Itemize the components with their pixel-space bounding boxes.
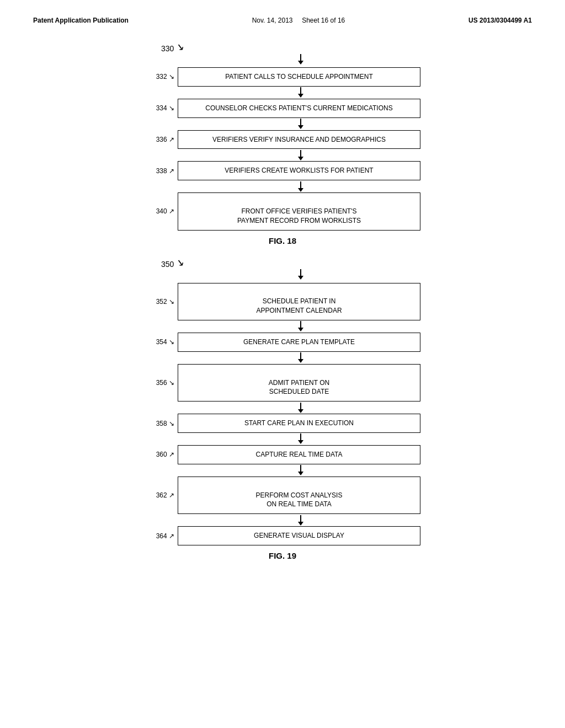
- fig19-label-362: 362 ↗: [145, 491, 178, 499]
- fig19-id-364: 364 ↗: [156, 532, 174, 540]
- fig19-text-352: SCHEDULE PATIENT IN APPOINTMENT CALENDAR: [256, 297, 342, 314]
- fig18-title: FIG. 18: [269, 236, 296, 245]
- fig19-section: 350 ↘ 352 ↘ SCHEDULE PATIENT IN APPOINTM…: [33, 256, 532, 571]
- fig19-label-356: 356 ↘: [145, 379, 178, 387]
- fig18-text-336: VERIFIERS VERIFY INSURANCE AND DEMOGRAPH…: [212, 136, 386, 143]
- fig19-row-352: 352 ↘ SCHEDULE PATIENT IN APPOINTMENT CA…: [145, 283, 420, 320]
- fig18-box-336: VERIFIERS VERIFY INSURANCE AND DEMOGRAPH…: [178, 130, 420, 149]
- fig19-label-360: 360 ↗: [145, 451, 178, 458]
- fig18-start-number-row: 330 ↘: [150, 41, 415, 53]
- fig18-text-334: COUNSELOR CHECKS PATIENT'S CURRENT MEDIC…: [205, 104, 392, 112]
- fig19-start-number: 350: [161, 260, 174, 269]
- fig19-row-354: 354 ↘ GENERATE CARE PLAN TEMPLATE: [145, 333, 420, 352]
- fig18-id-340: 340 ↗: [156, 207, 174, 215]
- fig18-arrow-3-inner: [298, 150, 303, 160]
- fig19-box-352: SCHEDULE PATIENT IN APPOINTMENT CALENDAR: [178, 283, 420, 320]
- fig18-text-338: VERIFIERS CREATE WORKLISTS FOR PATIENT: [225, 167, 373, 174]
- fig19-arrow-3-inner: [298, 403, 303, 413]
- fig19-start-container: 350 ↘: [150, 256, 415, 281]
- arrow-line: [300, 433, 301, 440]
- fig18-id-338: 338 ↗: [156, 167, 174, 175]
- fig18-arrow-4: [145, 180, 420, 192]
- fig18-label-332: 332 ↘: [145, 73, 178, 81]
- fig19-start-number-row: 350 ↘: [150, 256, 415, 269]
- fig19-row-358: 358 ↘ START CARE PLAN IN EXECUTION: [145, 414, 420, 433]
- fig19-box-358: START CARE PLAN IN EXECUTION: [178, 414, 420, 433]
- arrow-head: [298, 61, 303, 65]
- fig19-text-356: ADMIT PATIENT ON SCHEDULED DATE: [269, 379, 329, 396]
- fig19-arrow-2: [145, 352, 420, 364]
- fig19-id-362: 362 ↗: [156, 491, 174, 499]
- fig18-start-container: 330 ↘: [150, 41, 415, 65]
- fig18-box-340: FRONT OFFICE VERIFIES PATIENT'S PAYMENT …: [178, 192, 420, 230]
- fig19-id-352: 352 ↘: [156, 298, 174, 306]
- arrow-line: [300, 54, 301, 61]
- fig18-start-arrow: [145, 53, 420, 65]
- fig19-box-360: CAPTURE REAL TIME DATA: [178, 445, 420, 464]
- fig19-text-360: CAPTURE REAL TIME DATA: [256, 451, 343, 458]
- fig18-box-332: PATIENT CALLS TO SCHEDULE APPOINTMENT: [178, 67, 420, 87]
- fig19-text-364: GENERATE VISUAL DISPLAY: [254, 532, 344, 539]
- fig18-start-number: 330: [161, 44, 174, 53]
- arrow-line: [300, 150, 301, 157]
- fig18-arrow-2: [145, 118, 420, 130]
- fig18-arrow-3: [145, 149, 420, 161]
- fig19-id-360: 360 ↗: [156, 451, 174, 458]
- fig19-arrow-1: [145, 320, 420, 333]
- fig18-arrow-1-inner: [298, 87, 303, 98]
- fig19-row-356: 356 ↘ ADMIT PATIENT ON SCHEDULED DATE: [145, 364, 420, 402]
- fig19-text-362: PERFORM COST ANALYSIS ON REAL TIME DATA: [256, 491, 343, 508]
- fig19-id-356: 356 ↘: [156, 379, 174, 387]
- page: Patent Application Publication Nov. 14, …: [0, 0, 565, 728]
- fig19-arrow-5-inner: [298, 465, 303, 475]
- fig18-label-336: 336 ↗: [145, 136, 178, 143]
- header-date: Nov. 14, 2013: [252, 17, 293, 24]
- fig19-row-364: 364 ↗ GENERATE VISUAL DISPLAY: [145, 526, 420, 545]
- arrow-head: [298, 472, 303, 475]
- arrow-head: [298, 440, 303, 444]
- fig18-arrow-1: [145, 87, 420, 99]
- fig18-row-336: 336 ↗ VERIFIERS VERIFY INSURANCE AND DEM…: [145, 130, 420, 149]
- fig18-start-slash: ↘: [175, 41, 184, 53]
- arrow-head: [298, 359, 303, 363]
- arrow-line: [300, 269, 301, 276]
- fig18-text-332: PATIENT CALLS TO SCHEDULE APPOINTMENT: [225, 73, 373, 81]
- fig18-section: 330 ↘ 332 ↘ PATIENT CALLS TO SCHEDULE AP…: [33, 41, 532, 256]
- arrow-line: [300, 352, 301, 359]
- arrow-head: [298, 157, 303, 160]
- fig19-row-362: 362 ↗ PERFORM COST ANALYSIS ON REAL TIME…: [145, 477, 420, 514]
- fig18-id-334: 334 ↘: [156, 104, 174, 112]
- fig19-id-354: 354 ↘: [156, 338, 174, 346]
- fig19-box-362: PERFORM COST ANALYSIS ON REAL TIME DATA: [178, 477, 420, 514]
- arrow-line: [300, 119, 301, 125]
- arrow-line: [300, 87, 301, 94]
- fig19-arrow-2-inner: [298, 352, 303, 363]
- fig19-title: FIG. 19: [269, 551, 296, 560]
- fig19-id-358: 358 ↘: [156, 420, 174, 427]
- arrow-head: [298, 188, 303, 192]
- fig19-start-arrow: [145, 269, 420, 281]
- fig18-start-arrow-inner: [298, 54, 303, 65]
- fig19-box-356: ADMIT PATIENT ON SCHEDULED DATE: [178, 364, 420, 402]
- fig19-text-358: START CARE PLAN IN EXECUTION: [244, 419, 354, 427]
- fig18-text-340: FRONT OFFICE VERIFIES PATIENT'S PAYMENT …: [237, 207, 361, 224]
- fig19-arrow-3: [145, 402, 420, 414]
- fig18-id-332: 332 ↘: [156, 73, 174, 81]
- fig19-start-arrow-inner: [298, 269, 303, 280]
- fig18-label-338: 338 ↗: [145, 167, 178, 175]
- arrow-head: [298, 328, 303, 331]
- fig18-row-332: 332 ↘ PATIENT CALLS TO SCHEDULE APPOINTM…: [145, 67, 420, 87]
- fig19-text-354: GENERATE CARE PLAN TEMPLATE: [243, 338, 355, 346]
- fig19-arrow-5: [145, 464, 420, 477]
- fig18-label-334: 334 ↘: [145, 104, 178, 112]
- fig18-row-340: 340 ↗ FRONT OFFICE VERIFIES PATIENT'S PA…: [145, 192, 420, 230]
- fig19-box-354: GENERATE CARE PLAN TEMPLATE: [178, 333, 420, 352]
- fig18-label-340: 340 ↗: [145, 207, 178, 215]
- fig19-label-352: 352 ↘: [145, 298, 178, 306]
- header-center: Nov. 14, 2013 Sheet 16 of 16: [252, 17, 345, 24]
- fig19-label-364: 364 ↗: [145, 532, 178, 540]
- arrow-line: [300, 181, 301, 188]
- arrow-head: [298, 94, 303, 98]
- arrow-line: [300, 465, 301, 472]
- header: Patent Application Publication Nov. 14, …: [33, 17, 532, 24]
